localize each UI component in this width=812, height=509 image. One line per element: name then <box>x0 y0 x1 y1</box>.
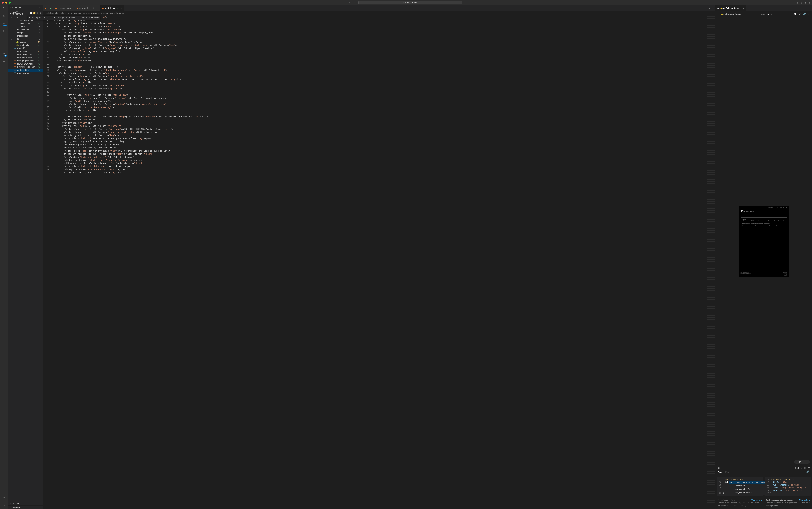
settings-icon[interactable] <box>2 504 6 508</box>
stack-icon[interactable]: ▣ <box>717 467 719 469</box>
prev-frame-icon[interactable]: ‹ <box>751 13 751 15</box>
collapse-icon[interactable]: ⤢ <box>799 13 801 15</box>
editor-tab[interactable]: ◆ssU <box>43 5 53 11</box>
collapse-icon[interactable]: ⊟ <box>39 12 41 14</box>
zoom-level[interactable]: 27% <box>799 461 803 463</box>
minimap[interactable] <box>707 15 715 509</box>
zoom-in-button[interactable]: + <box>807 461 808 463</box>
editor-tab[interactable]: ◆pltk-cover.pngU <box>53 5 75 11</box>
project-name: KALIS-PORTFOLIO <box>12 11 29 15</box>
run-icon[interactable]: ▷ <box>701 7 702 9</box>
new-file-icon[interactable]: 📄 <box>30 12 32 14</box>
link-icon[interactable]: 🔗 <box>803 13 806 15</box>
search-icon[interactable] <box>2 14 6 18</box>
live-share-icon[interactable] <box>2 44 6 49</box>
testing-icon[interactable]: 5 <box>2 52 6 56</box>
link-icon[interactable]: 🔗₊ <box>806 470 810 474</box>
toggle-primary-sidebar-icon[interactable]: ◧ <box>797 1 798 4</box>
panel-icon[interactable]: ▤ <box>808 467 810 469</box>
accounts-icon[interactable] <box>2 496 6 500</box>
autocomplete-item[interactable]: ✦background <box>729 484 767 487</box>
code-tab[interactable]: Code <box>717 470 723 474</box>
outline-section[interactable]: › OUTLINE <box>8 502 43 505</box>
code-content[interactable]: <"attr">class="tag">html "attr">lang="en… <box>51 15 707 509</box>
comment-icon[interactable]: 💬 <box>794 13 797 15</box>
file-item[interactable]: <>newnew_index.htmlU <box>8 65 43 69</box>
split-editor-icon[interactable]: ◨ <box>708 7 710 9</box>
file-item[interactable]: <>portfolio.htmlU <box>8 69 43 72</box>
autocomplete-item[interactable]: ✦background-color <box>729 487 767 491</box>
block-code-panel[interactable]: 171819202122 .Home-tab-container { displ… <box>765 477 811 496</box>
folder-item[interactable]: ›helveticanow● <box>8 28 43 31</box>
minimize-window-button[interactable] <box>5 2 7 4</box>
close-window-button[interactable] <box>2 2 4 4</box>
file-item[interactable]: <>new_index.htmlU <box>8 56 43 59</box>
refresh-icon[interactable]: ⟳ <box>37 12 38 14</box>
project-header[interactable]: ⌄ KALIS-PORTFOLIO 📄 📁 ⟳ ⊟ <box>8 10 43 16</box>
settings-icon[interactable]: ⚙ <box>804 467 806 469</box>
breadcrumb-item[interactable]: portfolio.html <box>45 12 57 14</box>
folder-item[interactable]: ⌄js● <box>8 37 43 40</box>
file-item[interactable]: JSkalijs.jsM <box>8 40 43 44</box>
breadcrumb-item[interactable]: div.purpo <box>115 12 124 14</box>
open-external-icon[interactable]: ↗ <box>808 13 810 15</box>
nav-back-icon[interactable]: ← <box>349 1 351 4</box>
back-icon[interactable]: ‹ <box>717 13 718 15</box>
line-numbers: 2131517 23 24252627282930313233343536373… <box>43 15 51 509</box>
source-control-icon[interactable]: 255 <box>2 22 6 26</box>
run-debug-icon[interactable] <box>2 29 6 33</box>
editor-tab[interactable]: ◆new_projects.htmlU <box>75 5 100 11</box>
folder-item[interactable]: ›Inconsolata● <box>8 34 43 37</box>
file-item[interactable]: <>new_projects.htmlU <box>8 59 43 62</box>
customize-layout-icon[interactable]: ▦ <box>808 1 810 4</box>
autocomplete-item[interactable]: ⬢(Figma) background: var(--co <box>729 481 767 484</box>
figma-preview[interactable]: PROJECTSABOUTRESUMECV KAL; product desig… <box>715 17 812 466</box>
zoom-control: − 27% ⌄ + <box>794 460 810 464</box>
zoom-dropdown-icon[interactable]: ⌄ <box>804 461 806 463</box>
new-folder-icon[interactable]: 📁 <box>33 12 36 14</box>
autocomplete-item[interactable]: ✦background-image <box>729 491 767 495</box>
open-setting-link[interactable]: Open setting <box>799 499 810 501</box>
file-item[interactable]: JSrandom.jsU <box>8 44 43 47</box>
file-item[interactable]: #newcss.cssU <box>8 22 43 25</box>
property-code-panel[interactable]: 171819202122 .Home-tab-container { ba } … <box>717 477 763 496</box>
main-editor-pane: ◆ssU◆pltk-cover.pngU◆new_projects.htmlU◆… <box>43 5 715 509</box>
extensions-icon[interactable] <box>2 37 6 41</box>
file-item[interactable]: ≡CNAME <box>8 47 43 50</box>
svg-point-2 <box>3 23 4 23</box>
editor-tab[interactable]: ◆portfolio.htmlU✕ <box>100 5 124 11</box>
nav-forward-icon[interactable]: → <box>353 1 355 4</box>
split-icon[interactable]: ⫙ <box>704 7 706 9</box>
command-center[interactable]: ⌕ kalis-portfolio <box>359 1 462 4</box>
breadcrumb[interactable]: portfolio.html›html›body›main#main.about… <box>43 11 715 15</box>
plugins-tab[interactable]: Plugins <box>726 470 732 474</box>
zoom-out-button[interactable]: − <box>796 461 797 463</box>
close-icon[interactable]: ✕ <box>120 7 122 9</box>
breadcrumb-item[interactable]: body <box>65 12 69 14</box>
close-icon[interactable]: ✕ <box>742 7 744 9</box>
breadcrumb-item[interactable]: div.about-cols <box>101 12 113 14</box>
breadcrumb-item[interactable]: html <box>59 12 63 14</box>
more-icon[interactable]: ⋯ <box>712 7 714 9</box>
more-icon[interactable]: ⋯ <box>808 7 810 9</box>
more-icon[interactable]: ⋯ <box>39 6 41 9</box>
explorer-icon[interactable] <box>2 6 6 11</box>
figma-icon[interactable] <box>2 60 6 64</box>
figma-tab[interactable]: ◈ ⭐portfolio wireframez ✕ <box>715 5 746 11</box>
file-item[interactable]: ⓘREADME.md <box>8 72 43 75</box>
css-mode[interactable]: CSS <box>795 467 799 469</box>
toggle-panel-icon[interactable]: ▤ <box>801 1 802 4</box>
file-tooltip: ~/Desktop/meeee/2023-24 recruiting/kalis… <box>43 15 100 20</box>
toggle-secondary-sidebar-icon[interactable]: ◨ <box>804 1 806 4</box>
next-frame-icon[interactable]: › <box>782 13 782 15</box>
maximize-window-button[interactable] <box>9 2 11 4</box>
breadcrumb-item[interactable]: main#main.about-div-wrapper <box>71 12 99 14</box>
file-item[interactable]: <>NEWINDEX.htmlU <box>8 62 43 65</box>
timeline-section[interactable]: › TIMELINE <box>8 505 43 509</box>
open-setting-link[interactable]: Open setting <box>751 499 762 501</box>
folder-item[interactable]: ›images● <box>8 31 43 34</box>
file-item[interactable]: #style.css● <box>8 25 43 28</box>
file-item[interactable]: <>index.htmlM <box>8 50 43 53</box>
code-editor[interactable]: 2131517 23 24252627282930313233343536373… <box>43 15 715 509</box>
file-item[interactable]: <>new_about.htmlU <box>8 53 43 56</box>
